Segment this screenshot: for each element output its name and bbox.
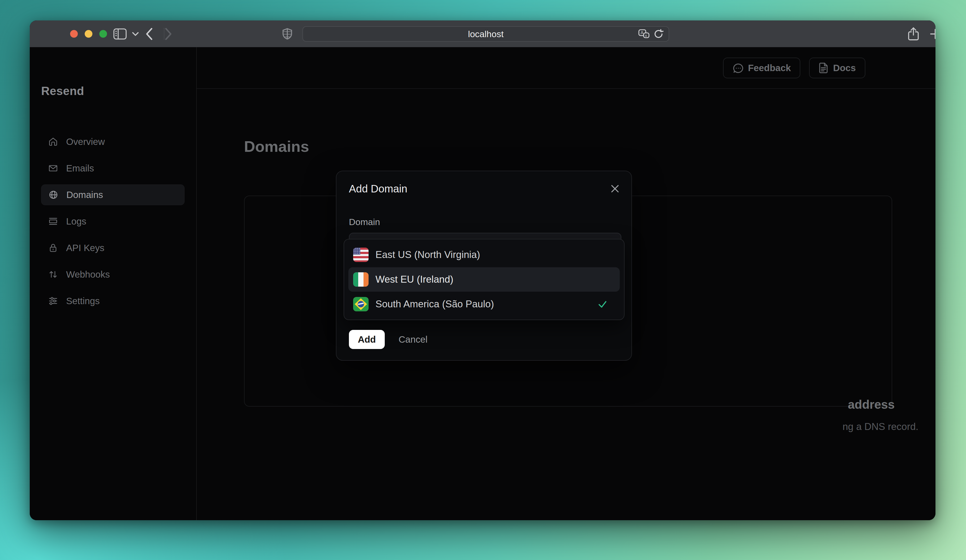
sidebar-item-webhooks[interactable]: Webhooks: [41, 264, 184, 285]
chevron-down-icon[interactable]: [130, 20, 141, 47]
arrows-updown-icon: [48, 269, 58, 280]
empty-state-heading-fragment: address: [848, 397, 895, 412]
add-button[interactable]: Add: [349, 330, 385, 349]
minimize-window-button[interactable]: [85, 30, 92, 38]
traffic-lights: [70, 20, 107, 47]
region-dropdown: East US (North Virginia) West EU (Irelan…: [343, 239, 624, 320]
sidebar-item-domains[interactable]: Domains: [41, 185, 184, 205]
forward-icon[interactable]: [160, 20, 176, 47]
new-tab-icon[interactable]: [927, 20, 935, 47]
app-content: Resend Overview: [30, 47, 935, 520]
sidebar-item-label: Domains: [66, 190, 103, 200]
sidebar-toggle-icon[interactable]: [112, 20, 128, 47]
logs-icon: [48, 216, 58, 226]
region-option-label: West EU (Ireland): [375, 274, 612, 285]
sliders-icon: [48, 296, 58, 306]
sidebar-item-label: Logs: [66, 216, 86, 227]
ireland-flag-icon: [353, 272, 368, 287]
url-text: localhost: [468, 29, 503, 39]
app-logo: Resend: [41, 84, 84, 98]
sidebar-item-emails[interactable]: Emails: [41, 158, 184, 178]
browser-titlebar: localhost A x: [30, 20, 935, 47]
translate-icon[interactable]: A x: [638, 29, 649, 39]
back-icon[interactable]: [141, 20, 157, 47]
app-header: Feedback Docs: [197, 47, 935, 89]
svg-text:x: x: [645, 33, 647, 38]
shield-icon[interactable]: [279, 20, 295, 47]
svg-text:A: A: [641, 31, 643, 35]
cancel-button[interactable]: Cancel: [399, 334, 427, 345]
lock-icon: [48, 243, 58, 253]
domain-field-label: Domain: [349, 217, 380, 227]
empty-state-body-fragment: ng a DNS record.: [843, 421, 918, 432]
share-icon[interactable]: [905, 20, 922, 47]
sidebar-item-settings[interactable]: Settings: [41, 291, 184, 311]
feedback-button-label: Feedback: [748, 63, 791, 73]
docs-button-label: Docs: [833, 63, 856, 73]
sidebar-item-label: API Keys: [66, 242, 104, 253]
zoom-window-button[interactable]: [99, 30, 107, 38]
docs-button[interactable]: Docs: [809, 57, 865, 78]
address-bar[interactable]: localhost A x: [302, 26, 669, 42]
region-option-west-eu[interactable]: West EU (Ireland): [348, 267, 620, 291]
region-option-east-us[interactable]: East US (North Virginia): [348, 242, 620, 267]
document-icon: [819, 63, 828, 73]
check-icon: [598, 299, 608, 309]
brazil-flag-icon: [353, 297, 368, 311]
sidebar-item-label: Settings: [66, 296, 100, 306]
reload-icon[interactable]: [653, 29, 664, 39]
sidebar-item-label: Emails: [66, 163, 94, 174]
feedback-bubble-icon: [733, 63, 743, 73]
sidebar: Resend Overview: [30, 47, 197, 520]
region-option-label: East US (North Virginia): [375, 249, 612, 260]
feedback-button[interactable]: Feedback: [723, 57, 800, 78]
modal-title: Add Domain: [349, 183, 407, 195]
sidebar-item-api-keys[interactable]: API Keys: [41, 237, 184, 258]
sidebar-item-logs[interactable]: Logs: [41, 211, 184, 232]
close-icon[interactable]: [610, 184, 620, 193]
page-title: Domains: [244, 138, 309, 155]
add-domain-modal: Add Domain Domain East US (North Virgini…: [336, 171, 632, 361]
globe-icon: [48, 190, 58, 200]
region-option-label: South America (São Paulo): [375, 299, 598, 310]
mail-icon: [48, 163, 58, 173]
sidebar-nav: Overview Emails: [41, 131, 184, 317]
region-option-south-america[interactable]: South America (São Paulo): [348, 292, 620, 316]
sidebar-item-overview[interactable]: Overview: [41, 131, 184, 152]
browser-window: localhost A x: [30, 20, 935, 520]
close-window-button[interactable]: [70, 30, 78, 38]
sidebar-item-label: Overview: [66, 136, 105, 147]
us-flag-icon: [353, 247, 368, 262]
home-icon: [48, 137, 58, 147]
sidebar-item-label: Webhooks: [66, 269, 110, 280]
